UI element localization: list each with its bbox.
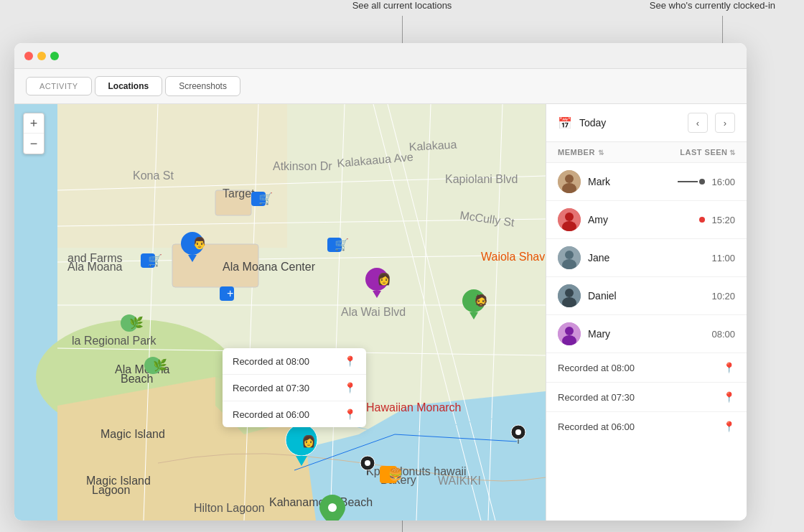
minimize-button[interactable] bbox=[37, 52, 46, 60]
traffic-lights bbox=[24, 52, 59, 60]
map-area[interactable]: Ala Moana Center and Farms Ala Moana Tar… bbox=[14, 104, 546, 521]
tab-activity[interactable]: ACTIVITY bbox=[26, 77, 92, 95]
svg-text:🧔: 🧔 bbox=[474, 294, 488, 307]
svg-point-92 bbox=[565, 289, 574, 297]
svg-text:Waiola Shave Ice: Waiola Shave Ice bbox=[481, 251, 546, 263]
svg-text:Ala Wai Blvd: Ala Wai Blvd bbox=[341, 306, 406, 318]
location-text-3: Recorded at 06:00 bbox=[558, 421, 723, 432]
popup-item-2[interactable]: Recorded at 07:30 📍 bbox=[223, 375, 366, 401]
location-pin-icon-1: 📍 bbox=[723, 362, 735, 373]
svg-point-89 bbox=[565, 251, 574, 259]
svg-text:🌿: 🌿 bbox=[129, 316, 144, 330]
last-seen-col-label: LAST SEEN bbox=[680, 148, 727, 157]
svg-text:🛒: 🛒 bbox=[335, 238, 349, 251]
last-seen-daniel: 10:20 bbox=[711, 291, 735, 302]
members-table: MEMBER ⇅ LAST SEEN ⇅ bbox=[546, 142, 747, 521]
member-sort-icon[interactable]: ⇅ bbox=[598, 149, 604, 157]
zoom-in-button[interactable]: + bbox=[24, 113, 44, 134]
member-name-amy: Amy bbox=[588, 214, 699, 225]
annotation-top-right: See who's currently clocked-in bbox=[650, 0, 775, 11]
tab-locations[interactable]: Locations bbox=[95, 76, 163, 96]
app-window: ACTIVITY Locations Screenshots bbox=[14, 43, 747, 521]
avatar-mark bbox=[558, 170, 581, 193]
title-bar bbox=[14, 43, 747, 69]
member-name-jane: Jane bbox=[588, 252, 711, 263]
svg-text:Magic Island: Magic Island bbox=[100, 428, 165, 440]
tab-bar: ACTIVITY Locations Screenshots bbox=[14, 69, 747, 104]
svg-point-58 bbox=[365, 460, 370, 466]
last-seen-mary: 08:00 bbox=[711, 329, 735, 340]
svg-text:🍔: 🍔 bbox=[388, 467, 403, 481]
panel-header: 📅 Today ‹ › bbox=[546, 104, 747, 142]
avatar-jane bbox=[558, 246, 581, 269]
location-text-2: Recorded at 07:30 bbox=[558, 392, 723, 403]
location-history-row-3[interactable]: Recorded at 06:00 📍 bbox=[546, 412, 747, 441]
last-seen-mark: 16:00 bbox=[678, 177, 735, 187]
svg-text:👩: 👩 bbox=[377, 272, 391, 286]
popup-item-3[interactable]: Recorded at 06:00 📍 bbox=[223, 401, 366, 427]
svg-text:👩: 👩 bbox=[302, 434, 316, 448]
avatar-mary bbox=[558, 322, 581, 345]
prev-date-button[interactable]: ‹ bbox=[688, 113, 708, 133]
last-seen-jane: 11:00 bbox=[711, 253, 735, 263]
member-row-daniel[interactable]: Daniel 10:20 bbox=[546, 277, 747, 315]
calendar-icon: 📅 bbox=[558, 116, 572, 130]
svg-text:Atkinson Dr: Atkinson Dr bbox=[273, 160, 332, 172]
svg-text:Beach: Beach bbox=[121, 373, 153, 385]
svg-point-63 bbox=[328, 503, 337, 512]
table-header: MEMBER ⇅ LAST SEEN ⇅ bbox=[546, 142, 747, 163]
svg-text:Kona St: Kona St bbox=[133, 169, 174, 182]
popup-time-2: Recorded at 07:30 bbox=[233, 383, 309, 393]
popup-time-1: Recorded at 08:00 bbox=[233, 356, 309, 367]
location-pin-icon-3: 📍 bbox=[723, 421, 735, 432]
svg-point-61 bbox=[515, 429, 521, 435]
last-seen-amy: 15:20 bbox=[699, 215, 735, 225]
map-controls: + − bbox=[23, 113, 45, 154]
location-history-row-1[interactable]: Recorded at 08:00 📍 bbox=[546, 353, 747, 383]
member-name-mark: Mark bbox=[588, 176, 678, 187]
location-history-row-2[interactable]: Recorded at 07:30 📍 bbox=[546, 383, 747, 412]
last-seen-sort-icon[interactable]: ⇅ bbox=[729, 149, 736, 157]
tab-screenshots[interactable]: Screenshots bbox=[165, 76, 240, 96]
svg-text:🌿: 🌿 bbox=[153, 358, 167, 372]
svg-text:Lagoon: Lagoon bbox=[92, 484, 130, 496]
svg-point-86 bbox=[565, 213, 574, 221]
svg-text:Hawaiian Monarch: Hawaiian Monarch bbox=[366, 401, 462, 414]
member-row-jane[interactable]: Jane 11:00 bbox=[546, 239, 747, 277]
svg-text:la Regional Park: la Regional Park bbox=[72, 335, 156, 347]
svg-text:Ala Moana Center: Ala Moana Center bbox=[223, 261, 316, 273]
member-name-daniel: Daniel bbox=[588, 290, 711, 302]
maximize-button[interactable] bbox=[50, 52, 59, 60]
svg-text:Target: Target bbox=[223, 187, 255, 200]
pin-icon-1: 📍 bbox=[344, 355, 356, 367]
svg-text:Hilton Lagoon: Hilton Lagoon bbox=[194, 502, 265, 514]
popup-item-1[interactable]: Recorded at 08:00 📍 bbox=[223, 348, 366, 375]
pin-icon-2: 📍 bbox=[344, 382, 356, 393]
svg-text:🛒: 🛒 bbox=[148, 253, 162, 267]
member-row-mark[interactable]: Mark 16:00 bbox=[546, 163, 747, 201]
member-col-label: MEMBER bbox=[558, 148, 595, 157]
zoom-out-button[interactable]: − bbox=[24, 134, 44, 154]
svg-text:Kapiolani Blvd: Kapiolani Blvd bbox=[445, 173, 518, 185]
pin-icon-3: 📍 bbox=[344, 409, 356, 420]
location-pin-icon-2: 📍 bbox=[723, 391, 735, 403]
svg-text:🛒: 🛒 bbox=[258, 192, 273, 205]
member-row-amy[interactable]: Amy 15:20 bbox=[546, 201, 747, 239]
next-date-button[interactable]: › bbox=[715, 113, 735, 133]
svg-point-83 bbox=[565, 174, 574, 183]
location-text-1: Recorded at 08:00 bbox=[558, 363, 723, 373]
member-name-mary: Mary bbox=[588, 328, 711, 340]
svg-text:Kalakaua: Kalakaua bbox=[408, 139, 457, 153]
avatar-amy bbox=[558, 208, 581, 231]
annotation-top-center: See all current locations bbox=[352, 0, 452, 11]
popup-time-3: Recorded at 06:00 bbox=[233, 409, 309, 420]
svg-text:Ala Moana: Ala Moana bbox=[67, 261, 123, 273]
svg-text:👨: 👨 bbox=[192, 236, 207, 250]
main-content: Ala Moana Center and Farms Ala Moana Tar… bbox=[14, 104, 747, 521]
member-row-mary[interactable]: Mary 08:00 bbox=[546, 315, 747, 353]
close-button[interactable] bbox=[24, 52, 33, 60]
svg-point-95 bbox=[565, 327, 574, 335]
svg-text:+: + bbox=[227, 287, 233, 299]
avatar-daniel bbox=[558, 284, 581, 307]
today-label: Today bbox=[579, 117, 681, 129]
